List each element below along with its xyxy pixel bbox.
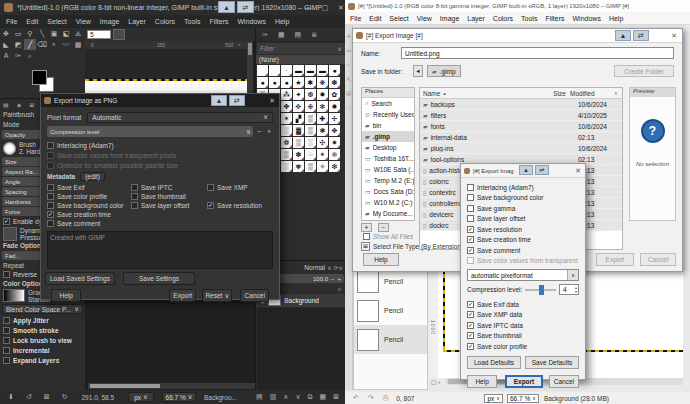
cancel-button[interactable]: Cancel (240, 289, 269, 302)
smudge-tool-icon[interactable]: 〰 (60, 39, 72, 50)
brush-none-row[interactable]: (None) (256, 55, 345, 64)
place-item[interactable]: ▭ Docs Sata (D:) (362, 186, 414, 197)
airbrush-tool-icon[interactable]: ⚬ (48, 39, 60, 50)
maximize-button[interactable]: ▢ (318, 0, 332, 15)
patterns-tab-icon[interactable]: ▦ (278, 31, 285, 39)
menu-item[interactable]: File (350, 15, 361, 22)
switch-mode-icon[interactable]: ⟳∨ (334, 264, 343, 271)
brush-swatch[interactable]: ⁂ (281, 89, 292, 100)
dialog-titlebar[interactable]: [#] Export Imag ▲ ⇄ ✕ (461, 164, 585, 178)
file-row[interactable]: backups 10/6/2024 (420, 99, 622, 110)
save-defaults-button[interactable]: Save Defaults (525, 356, 579, 369)
metadata-checkbox[interactable]: ✓ Save resolution (207, 201, 273, 210)
menu-item[interactable]: Colors (493, 15, 513, 22)
gradient-tool-icon[interactable]: ◩ (12, 39, 24, 50)
restore-tool-preset-icon[interactable]: ↺ (26, 393, 32, 401)
move-tool-icon[interactable]: ✛ (345, 33, 352, 39)
brush-swatch[interactable]: ▓ (293, 125, 304, 136)
place-item[interactable]: ▭ W10E Sata (... (362, 164, 414, 175)
zoom-tool-icon[interactable]: ⌕ (345, 61, 352, 68)
overlay-up-icon[interactable]: ▲ (218, 1, 235, 13)
export-button[interactable]: Export (596, 253, 634, 266)
menu-item[interactable]: Select (389, 15, 408, 22)
metadata-checkbox[interactable]: Save XMP (207, 183, 273, 192)
png-option-checkbox[interactable]: ✓ Save color profile (467, 341, 579, 352)
metadata-checkbox[interactable]: ✓ Save creation time (47, 210, 131, 219)
compression-spinbox[interactable]: 4 ▴▾ (559, 284, 579, 295)
menu-item[interactable]: View (76, 18, 91, 25)
metadata-checkbox[interactable]: Save layer offset (131, 201, 207, 210)
brush-swatch[interactable]: ▒ (281, 149, 292, 160)
png-option-checkbox[interactable]: Interlacing (Adam7) (47, 140, 273, 150)
brush-swatch[interactable]: ✷ (329, 137, 340, 148)
place-item[interactable]: ⌕ Search (362, 98, 414, 109)
increment-icon[interactable]: + (337, 276, 341, 282)
brush-swatch[interactable]: ░ (305, 137, 316, 148)
anchor-layer-icon[interactable]: ▦ (320, 393, 327, 401)
brush-swatch[interactable]: ✽ (293, 149, 304, 160)
tool-option-checkbox[interactable]: Expand Layers (0, 355, 85, 365)
brush-swatch[interactable]: ✢ (329, 113, 340, 124)
blend-color-space-dropdown[interactable]: Blend Color Space P... ∨ (2, 304, 83, 314)
column-size[interactable]: Size (532, 90, 570, 97)
brush-swatch[interactable]: ❁ (281, 137, 292, 148)
metadata-edit-link[interactable]: (edit) (80, 172, 105, 181)
load-defaults-button[interactable]: Load Defaults (467, 356, 521, 369)
brush-swatch[interactable]: ❋ (317, 77, 328, 88)
scrollbar-thumb[interactable] (248, 43, 252, 55)
histogram-tab-icon[interactable]: ⊞ (29, 101, 34, 108)
canvas-area[interactable] (85, 49, 247, 93)
capture-overlay-widget[interactable]: ▲ ⇄ (615, 30, 649, 41)
right-titlebar[interactable]: [#] *[Untitled]-1.0 (RGB color 8-bit gam… (345, 0, 690, 12)
compression-slider[interactable] (525, 289, 556, 291)
ink-tool-icon[interactable]: ✑ (12, 50, 24, 61)
canvas-vscrollbar[interactable] (247, 41, 253, 93)
brush-swatch[interactable]: ★ (293, 77, 304, 88)
eraser-tool-icon[interactable]: ⬚ (345, 104, 352, 110)
brush-swatch[interactable]: ▬ (293, 65, 304, 76)
brush-swatch[interactable]: ✚ (317, 113, 328, 124)
decrement-icon[interactable]: − (255, 128, 263, 135)
png-option-checkbox[interactable]: Interlacing (Adam7) (467, 182, 579, 193)
brush-swatch[interactable]: ▒ (305, 113, 316, 124)
metadata-checkbox[interactable]: Save thumbnail (131, 192, 207, 201)
file-row[interactable]: filters 4/10/2025 (420, 110, 622, 121)
brush-swatch[interactable]: ● (257, 77, 268, 88)
reset-button[interactable]: Reset ∨ (202, 289, 232, 302)
png-option-checkbox[interactable]: Save color values from transparent pixel… (467, 256, 579, 267)
brush-swatch[interactable]: ✴ (317, 149, 328, 160)
tool-option-checkbox[interactable]: Smooth stroke (0, 325, 85, 335)
cancel-button[interactable]: Cancel (640, 253, 676, 266)
brush-swatch[interactable]: ✱ (305, 77, 316, 88)
brush-swatch[interactable]: ❃ (317, 125, 328, 136)
reset-tool-preset-icon[interactable]: ↻ (62, 393, 68, 401)
spinner-arrows-icon[interactable]: ▴▾ (575, 286, 578, 294)
lower-layer-icon[interactable]: ∨ (295, 393, 300, 401)
paintbrush-tool-icon[interactable]: ╱ (24, 39, 36, 50)
png-option-checkbox[interactable]: ✓ Save comment (467, 245, 579, 256)
metadata-checkbox[interactable]: Save color profile (47, 192, 131, 201)
overlay-switch-icon[interactable]: ⇄ (535, 165, 549, 175)
png-option-checkbox[interactable]: ✓ Save XMP data (467, 310, 579, 321)
brush-swatch[interactable]: ❉ (305, 101, 316, 112)
tool-option-checkbox[interactable]: Lock brush to view (0, 335, 85, 345)
overlay-up-icon[interactable]: ▲ (211, 95, 227, 106)
brush-swatch[interactable] (269, 65, 280, 76)
decrement-icon[interactable]: − (331, 276, 335, 282)
increment-icon[interactable]: + (265, 128, 273, 135)
brush-swatch[interactable]: ❆ (305, 89, 316, 100)
menu-item[interactable]: Filters (545, 15, 564, 22)
column-modified[interactable]: Modified (570, 90, 614, 97)
menu-item[interactable]: Image (440, 15, 459, 22)
device-status-tab-icon[interactable]: ◈ (17, 101, 22, 108)
png-option-checkbox[interactable]: ✓ Save resolution (467, 224, 579, 235)
brush-swatch[interactable]: ❇ (329, 161, 340, 172)
brush-swatch[interactable]: ✽ (329, 77, 340, 88)
png-option-checkbox[interactable]: Save layer offset (467, 214, 579, 225)
foreground-color-swatch[interactable] (32, 70, 47, 85)
place-item[interactable]: ▭ Temp M.2 (E:) (362, 175, 414, 186)
menu-item[interactable]: Layer (128, 18, 146, 25)
select-tool-icon[interactable]: ▭ (345, 47, 352, 53)
filename-input[interactable]: Untitled.png (401, 47, 674, 59)
place-item[interactable]: ▭ W10 M.2 (C:) (362, 197, 414, 208)
